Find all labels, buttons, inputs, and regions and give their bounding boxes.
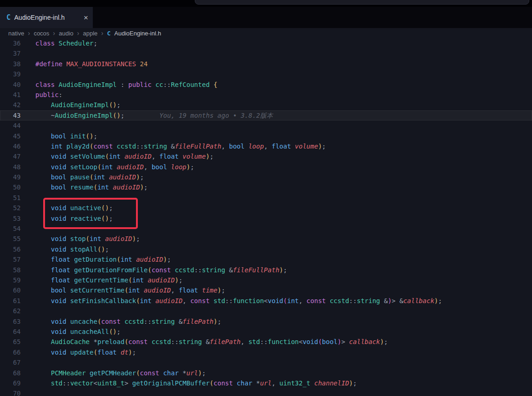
line-number[interactable]: 42 [0, 100, 21, 110]
command-center-search[interactable] [195, 0, 529, 5]
code-line[interactable]: 67 [0, 357, 532, 367]
code-line[interactable]: 59 float getCurrentTime(int audioID); [0, 275, 532, 285]
token [35, 256, 51, 263]
token: ) [140, 184, 144, 191]
token: AudioEngineImpl [51, 101, 109, 109]
code-line[interactable]: 44 [0, 121, 532, 131]
line-number[interactable]: 36 [0, 38, 21, 48]
code-line[interactable]: 42 AudioEngineImpl(); [0, 100, 532, 110]
line-number[interactable]: 40 [0, 80, 21, 90]
line-number[interactable]: 48 [0, 162, 21, 172]
line-number[interactable]: 63 [0, 316, 21, 327]
code-line[interactable]: 69 std::vector<uint8_t> getOriginalPCMBu… [0, 378, 532, 388]
line-number[interactable]: 66 [0, 347, 21, 357]
token: ( [283, 297, 287, 304]
token: , [152, 153, 159, 160]
breadcrumb-item-apple[interactable]: apple [83, 30, 98, 37]
token: void [303, 338, 318, 345]
code-line[interactable]: 51 [0, 193, 532, 203]
token: void [51, 297, 67, 304]
breadcrumb-item-audio[interactable]: audio [59, 30, 74, 37]
line-number[interactable]: 64 [0, 327, 21, 337]
line-number[interactable]: 41 [0, 90, 21, 100]
line-number[interactable]: 50 [0, 182, 21, 192]
code-line[interactable]: 63 void uncache(const ccstd::string &fil… [0, 316, 532, 327]
code-line[interactable]: 54 [0, 224, 532, 234]
line-number[interactable]: 59 [0, 275, 21, 285]
line-number[interactable]: 55 [0, 234, 21, 244]
breadcrumb-item-file[interactable]: AudioEngine-inl.h [114, 30, 161, 37]
code-line[interactable]: 48 void setLoop(int audioID, bool loop); [0, 162, 532, 172]
line-number[interactable]: 52 [0, 203, 21, 213]
line-number[interactable]: 56 [0, 244, 21, 254]
code-line[interactable]: 62 [0, 306, 532, 316]
line-number[interactable]: 65 [0, 337, 21, 347]
line-number[interactable]: 46 [0, 141, 21, 151]
code-line[interactable]: 64 void uncacheAll(); [0, 327, 532, 337]
line-number[interactable]: 43 [0, 110, 21, 121]
code-text [21, 388, 35, 396]
line-number[interactable]: 44 [0, 121, 21, 131]
token [35, 276, 51, 284]
code-line[interactable]: 56 void stopAll(); [0, 244, 532, 254]
line-number[interactable]: 67 [0, 357, 21, 367]
line-number[interactable]: 37 [0, 48, 21, 58]
code-line[interactable]: 36class Scheduler; [0, 38, 532, 48]
code-line[interactable]: 70 [0, 388, 532, 396]
token: void [51, 318, 67, 325]
line-number[interactable]: 57 [0, 254, 21, 264]
line-number[interactable]: 45 [0, 131, 21, 141]
code-line[interactable]: 65 AudioCache *preload(const ccstd::stri… [0, 337, 532, 347]
line-number[interactable]: 61 [0, 296, 21, 306]
code-line[interactable]: 50 bool resume(int audioID); [0, 182, 532, 192]
token: ( [147, 266, 151, 274]
line-number[interactable]: 58 [0, 265, 21, 275]
line-number[interactable]: 60 [0, 285, 21, 295]
code-text [21, 69, 35, 79]
line-number[interactable]: 51 [0, 193, 21, 203]
token: cc [152, 81, 163, 88]
code-line[interactable]: 57 float getDuration(int audioID); [0, 254, 532, 264]
code-line[interactable]: 60 bool setCurrentTime(int audioID, floa… [0, 285, 532, 295]
line-number[interactable]: 69 [0, 378, 21, 388]
breadcrumb: native › cocos › audio › apple › C Audio… [0, 28, 532, 38]
code-editor[interactable]: 36class Scheduler;3738#define MAX_AUDIOI… [0, 38, 532, 396]
line-number[interactable]: 53 [0, 213, 21, 224]
code-line[interactable]: 55 void stop(int audioID); [0, 234, 532, 244]
line-number[interactable]: 39 [0, 69, 21, 79]
code-line[interactable]: 45 bool init(); [0, 131, 532, 141]
breadcrumb-item-cocos[interactable]: cocos [34, 30, 49, 37]
token: setCurrentTime [66, 287, 124, 294]
breadcrumb-item-native[interactable]: native [8, 30, 24, 37]
code-line[interactable]: 58 float getDurationFromFile(const ccstd… [0, 265, 532, 275]
code-line[interactable]: 39 [0, 69, 532, 79]
line-number[interactable]: 38 [0, 59, 21, 69]
line-number[interactable]: 47 [0, 151, 21, 161]
code-line[interactable]: 38#define MAX_AUDIOINSTANCES 24 [0, 59, 532, 69]
line-number[interactable]: 62 [0, 306, 21, 316]
code-line[interactable]: 49 bool pause(int audioID); [0, 172, 532, 182]
code-line[interactable]: 41public: [0, 90, 532, 100]
token: PCMHeader [51, 369, 86, 377]
code-line[interactable]: 53 void reactive(); [0, 213, 532, 224]
code-line[interactable]: 68 PCMHeader getPCMHeader(const char *ur… [0, 368, 532, 378]
line-number[interactable]: 49 [0, 172, 21, 182]
code-line[interactable]: 43 ~AudioEngineImpl();You, 19 months ago… [0, 110, 532, 121]
code-line[interactable]: 61 void setFinishCallback(int audioID, c… [0, 296, 532, 306]
code-line[interactable]: 40class AudioEngineImpl : public cc::Ref… [0, 80, 532, 90]
code-line[interactable]: 66 void update(float dt); [0, 347, 532, 357]
line-number[interactable]: 68 [0, 368, 21, 378]
token: dt [117, 349, 128, 356]
line-number[interactable]: 70 [0, 388, 21, 396]
code-line[interactable]: 47 void setVolume(int audioID, float vol… [0, 151, 532, 161]
code-line[interactable]: 46 int play2d(const ccstd::string &fileF… [0, 141, 532, 151]
tab-audioengine-inl-h[interactable]: C AudioEngine-inl.h × [0, 7, 93, 28]
code-line[interactable]: 37 [0, 48, 532, 58]
code-text: class Scheduler; [21, 38, 97, 48]
code-text: bool resume(int audioID); [21, 182, 148, 192]
line-number[interactable]: 54 [0, 224, 21, 234]
code-line[interactable]: 52 void unactive(); [0, 203, 532, 213]
token: volume [179, 153, 206, 160]
tab-close-icon[interactable]: × [84, 14, 88, 22]
token: & [167, 143, 175, 150]
